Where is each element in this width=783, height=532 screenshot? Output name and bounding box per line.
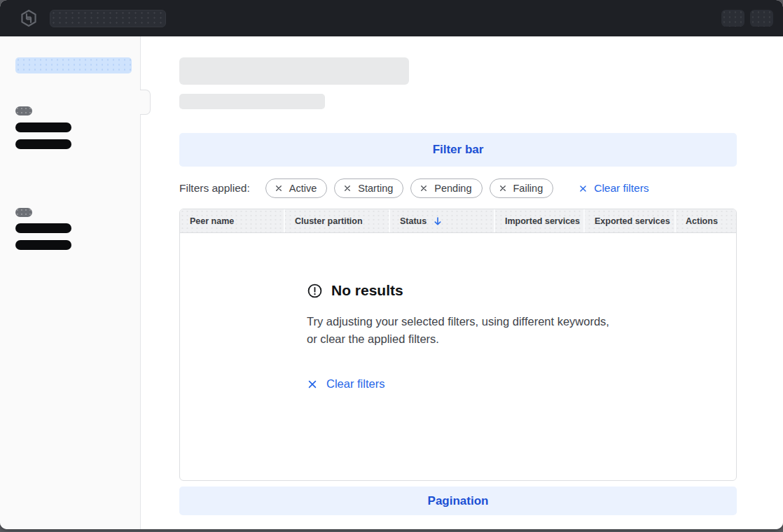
page-subtitle-skeleton — [179, 94, 325, 109]
pagination-placeholder: Pagination — [179, 486, 737, 515]
sidebar-section-label-skeleton-2 — [15, 208, 32, 217]
empty-state-clear-filters-label: Clear filters — [326, 377, 384, 391]
x-icon — [578, 184, 588, 193]
peers-table: Peer name Cluster partition Status Impor… — [179, 209, 737, 481]
column-header-actions: Actions — [674, 209, 736, 232]
dismiss-icon — [420, 184, 428, 192]
column-header-imported-services: Imported services — [494, 209, 583, 232]
sort-descending-icon[interactable] — [433, 216, 443, 226]
page-title-skeleton — [179, 57, 409, 85]
dismiss-icon — [499, 184, 507, 192]
column-label: Status — [400, 216, 427, 226]
applied-filters-row: Filters applied: Active Starting Pending… — [179, 178, 737, 198]
pagination-label: Pagination — [428, 494, 489, 508]
app-window: Filter bar Filters applied: Active Start… — [0, 0, 783, 529]
x-icon — [307, 379, 318, 390]
empty-state-clear-filters-link[interactable]: Clear filters — [307, 377, 384, 391]
filter-pill-failing[interactable]: Failing — [490, 178, 554, 198]
column-header-cluster-partition: Cluster partition — [284, 209, 389, 232]
alert-circle-icon — [307, 283, 323, 299]
column-label: Actions — [686, 216, 718, 226]
filter-pill-active[interactable]: Active — [265, 178, 328, 198]
navbar-button-skeleton-1[interactable] — [721, 10, 744, 27]
dismiss-icon — [343, 184, 352, 192]
column-header-exported-services: Exported services — [583, 209, 674, 232]
sidebar — [0, 36, 141, 529]
empty-state-description: Try adjusting your selected filters, usi… — [307, 313, 609, 348]
filter-bar-placeholder: Filter bar — [179, 133, 737, 167]
empty-state-title: No results — [331, 282, 403, 299]
top-navbar — [0, 0, 783, 36]
filter-pill-starting[interactable]: Starting — [334, 178, 403, 198]
filter-pill-label: Failing — [513, 183, 543, 194]
column-label: Cluster partition — [295, 216, 363, 226]
sidebar-nav-item-skeleton-3[interactable] — [15, 223, 71, 233]
column-label: Imported services — [505, 216, 580, 226]
clear-filters-link[interactable]: Clear filters — [578, 182, 649, 195]
navbar-right-group — [721, 10, 773, 27]
table-body: No results Try adjusting your selected f… — [180, 233, 736, 480]
navbar-search-skeleton[interactable] — [50, 10, 166, 27]
filter-pill-pending[interactable]: Pending — [410, 178, 482, 198]
sidebar-nav-item-skeleton-2[interactable] — [15, 139, 71, 149]
sidebar-selected-item-skeleton[interactable] — [15, 57, 132, 74]
table-header-row: Peer name Cluster partition Status Impor… — [180, 209, 736, 233]
filter-pill-label: Pending — [434, 183, 471, 194]
filter-pill-label: Starting — [358, 183, 393, 194]
clear-filters-label: Clear filters — [594, 182, 649, 195]
column-label: Peer name — [190, 216, 234, 226]
empty-state: No results Try adjusting your selected f… — [307, 233, 609, 393]
column-header-peer-name: Peer name — [180, 209, 284, 232]
navbar-button-skeleton-2[interactable] — [750, 10, 773, 27]
sidebar-section-label-skeleton-1 — [15, 106, 32, 115]
dismiss-icon — [275, 184, 283, 192]
main-content: Filter bar Filters applied: Active Start… — [141, 36, 783, 529]
filter-pill-label: Active — [289, 183, 317, 194]
column-label: Exported services — [595, 216, 670, 226]
filter-bar-label: Filter bar — [433, 143, 484, 157]
sidebar-nav-item-skeleton-4[interactable] — [15, 240, 71, 250]
sidebar-toggle-handle[interactable] — [140, 90, 151, 115]
column-header-status[interactable]: Status — [389, 209, 494, 232]
filters-applied-label: Filters applied: — [179, 182, 250, 195]
hashicorp-logo-icon — [20, 9, 38, 27]
empty-state-header: No results — [307, 282, 609, 299]
sidebar-nav-item-skeleton-1[interactable] — [15, 122, 71, 132]
